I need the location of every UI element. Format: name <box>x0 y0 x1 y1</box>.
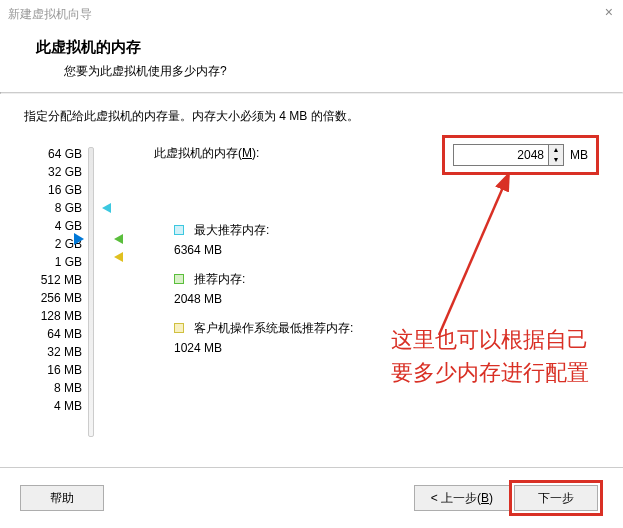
legend-recommended: 推荐内存: <box>174 271 599 288</box>
page-title: 此虚拟机的内存 <box>36 38 599 57</box>
scale-tick: 256 MB <box>24 289 82 307</box>
legend-recommended-label: 推荐内存: <box>194 271 245 288</box>
recommended-marker-icon <box>114 234 123 244</box>
footer: 帮助 < 上一步(B) 下一步 <box>0 467 623 516</box>
scale-labels: 64 GB 32 GB 16 GB 8 GB 4 GB 2 GB 1 GB 51… <box>24 145 82 415</box>
scale-tick: 4 MB <box>24 397 82 415</box>
help-button[interactable]: 帮助 <box>20 485 104 511</box>
legend-guest-min-label: 客户机操作系统最低推荐内存: <box>194 320 353 337</box>
spinner-down-icon[interactable]: ▼ <box>549 155 563 165</box>
wizard-header: 此虚拟机的内存 您要为此虚拟机使用多少内存? <box>0 28 623 92</box>
scale-tick: 64 MB <box>24 325 82 343</box>
content-area: 指定分配给此虚拟机的内存量。内存大小必须为 4 MB 的倍数。 64 GB 32… <box>0 94 623 475</box>
spinner-up-icon[interactable]: ▲ <box>549 145 563 155</box>
titlebar: 新建虚拟机向导 × <box>0 0 623 28</box>
legend-max-value-row: 6364 MB <box>154 243 599 257</box>
max-marker-icon <box>102 203 111 213</box>
legend-cyan-icon <box>174 225 184 235</box>
next-button[interactable]: 下一步 <box>514 485 598 511</box>
scale-tick: 64 GB <box>24 145 82 163</box>
legend-max-label: 最大推荐内存: <box>194 222 269 239</box>
scale-tick: 16 GB <box>24 181 82 199</box>
page-subtitle: 您要为此虚拟机使用多少内存? <box>64 63 599 80</box>
scale-tick: 128 MB <box>24 307 82 325</box>
scale-tick: 8 GB <box>24 199 82 217</box>
memory-input-highlight: ▲ ▼ MB <box>442 135 599 175</box>
close-icon[interactable]: × <box>605 4 613 20</box>
scale-tick: 16 MB <box>24 361 82 379</box>
legend-green-icon <box>174 274 184 284</box>
legend-recommended-value: 2048 MB <box>174 292 222 306</box>
instruction-text: 指定分配给此虚拟机的内存量。内存大小必须为 4 MB 的倍数。 <box>24 108 599 125</box>
main-area: 64 GB 32 GB 16 GB 8 GB 4 GB 2 GB 1 GB 51… <box>24 145 599 465</box>
legend-max: 最大推荐内存: <box>174 222 599 239</box>
scale-tick: 32 GB <box>24 163 82 181</box>
legend-yellow-icon <box>174 323 184 333</box>
next-button-highlight: 下一步 <box>509 480 603 516</box>
legend-guest-min-value: 1024 MB <box>174 341 222 355</box>
scale-tick: 512 MB <box>24 271 82 289</box>
annotation-text: 这里也可以根据自己要多少内存进行配置 <box>391 323 601 389</box>
back-button[interactable]: < 上一步(B) <box>414 485 510 511</box>
memory-field-label: 此虚拟机的内存(M): <box>154 145 259 162</box>
memory-unit: MB <box>570 148 588 162</box>
right-panel: 此虚拟机的内存(M): ▲ ▼ MB 最大推荐内存: 6364 MB <box>154 145 599 369</box>
memory-spinner: ▲ ▼ <box>549 144 564 166</box>
legend-recommended-value-row: 2048 MB <box>154 292 599 306</box>
current-marker-icon[interactable] <box>74 233 84 245</box>
memory-slider-track[interactable] <box>88 147 94 437</box>
memory-input[interactable] <box>453 144 549 166</box>
legend-max-value: 6364 MB <box>174 243 222 257</box>
scale-tick: 1 GB <box>24 253 82 271</box>
window-title: 新建虚拟机向导 <box>8 6 92 23</box>
scale-tick: 8 MB <box>24 379 82 397</box>
min-marker-icon <box>114 252 123 262</box>
scale-tick: 32 MB <box>24 343 82 361</box>
